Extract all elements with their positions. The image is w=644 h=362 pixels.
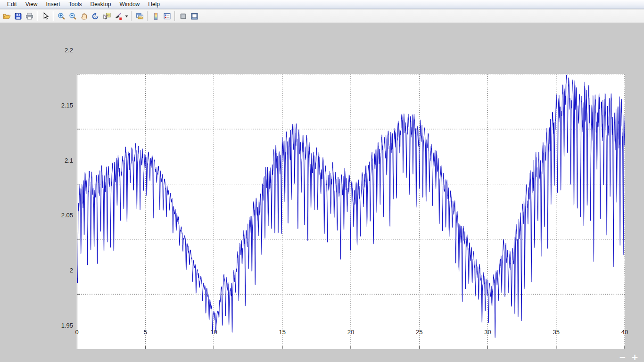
x-tick-label: 5 — [135, 329, 156, 336]
save-button[interactable] — [12, 10, 24, 22]
figure-toolbar — [0, 9, 644, 23]
dock-figure-icon — [190, 12, 198, 20]
menu-window[interactable]: Window — [116, 0, 144, 8]
link-plot-icon — [136, 12, 144, 20]
zoom-out-icon — [69, 12, 77, 20]
y-tick-label: 2.05 — [46, 212, 73, 219]
toolbar-separator — [147, 11, 148, 21]
figure-canvas: 05101520253035401.9522.052.12.152.2 − + — [0, 24, 644, 362]
brush-button[interactable] — [112, 10, 124, 22]
brush-dropdown-caret-icon — [124, 14, 129, 18]
y-tick-label: 2 — [46, 267, 73, 274]
pan-hand-icon — [80, 12, 88, 20]
pointer-icon — [41, 12, 50, 20]
x-tick-label: 40 — [614, 329, 635, 336]
toolbar-separator — [37, 11, 38, 21]
brush-dropdown-button[interactable] — [124, 10, 129, 22]
rotate-3d-button[interactable] — [90, 10, 101, 22]
toolbar-separator — [131, 11, 132, 21]
menu-bar: Edit View Insert Tools Desktop Window He… — [0, 0, 644, 9]
insert-colorbar-button[interactable] — [150, 10, 161, 22]
hide-plot-tools-icon — [179, 12, 187, 20]
pan-button[interactable] — [78, 10, 90, 22]
plot-svg — [77, 74, 625, 349]
save-icon — [14, 12, 22, 20]
dock-figure-button[interactable] — [189, 10, 200, 22]
x-tick-label: 35 — [546, 329, 567, 336]
toolbar-separator — [174, 11, 175, 21]
overlay-zoom-in-control[interactable]: + — [631, 353, 638, 362]
axes-plot[interactable] — [77, 74, 625, 349]
menu-edit[interactable]: Edit — [3, 0, 21, 8]
x-tick-label: 0 — [66, 329, 87, 336]
hide-plot-tools-button[interactable] — [177, 10, 189, 22]
y-tick-label: 2.1 — [46, 157, 73, 164]
print-button[interactable] — [24, 10, 35, 22]
open-button[interactable] — [1, 10, 12, 22]
zoom-in-button[interactable] — [56, 10, 67, 22]
colorbar-icon — [152, 12, 160, 20]
menu-view[interactable]: View — [21, 0, 42, 8]
x-tick-label: 10 — [204, 329, 224, 336]
menu-help[interactable]: Help — [144, 0, 164, 8]
brush-icon — [114, 12, 122, 20]
menu-insert[interactable]: Insert — [41, 0, 64, 8]
data-cursor-icon — [103, 12, 111, 20]
x-tick-label: 15 — [272, 329, 293, 336]
x-tick-label: 30 — [478, 329, 498, 336]
data-cursor-button[interactable] — [101, 10, 112, 22]
zoom-overlay: − + — [619, 353, 638, 362]
zoom-in-icon — [58, 12, 66, 20]
edit-plot-button[interactable] — [40, 10, 51, 22]
y-tick-label: 2.15 — [46, 102, 73, 109]
menu-tools[interactable]: Tools — [65, 0, 86, 8]
y-tick-label: 2.2 — [46, 47, 73, 54]
rotate-3d-icon — [91, 12, 99, 20]
zoom-out-button[interactable] — [67, 10, 78, 22]
insert-legend-button[interactable] — [161, 10, 173, 22]
link-plot-button[interactable] — [134, 10, 145, 22]
x-tick-label: 20 — [340, 329, 361, 336]
toolbar-separator — [53, 11, 54, 21]
legend-icon — [163, 12, 171, 20]
open-folder-icon — [3, 12, 11, 20]
print-icon — [25, 12, 33, 20]
menu-desktop[interactable]: Desktop — [86, 0, 116, 8]
overlay-zoom-out-control[interactable]: − — [619, 353, 626, 362]
x-tick-label: 25 — [409, 329, 429, 336]
y-tick-label: 1.95 — [46, 322, 73, 329]
